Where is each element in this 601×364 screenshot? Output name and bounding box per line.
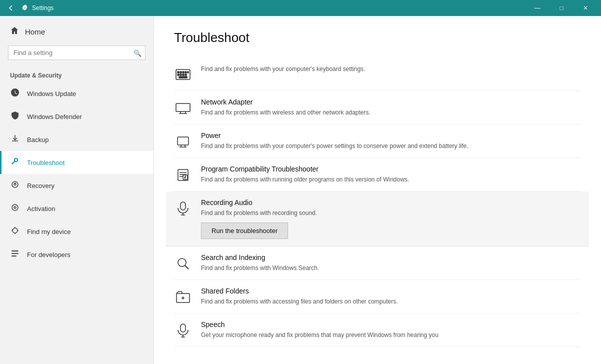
troubleshoot-item-recording-audio: Recording Audio Find and fix problems wi… [166,192,589,246]
svg-rect-19 [185,74,186,76]
svg-rect-12 [180,72,182,73]
shared-folders-content: Shared Folders Find and fix problems wit… [201,287,581,306]
recording-audio-icon [174,200,192,218]
svg-rect-13 [182,72,184,73]
svg-rect-18 [182,74,184,76]
program-compat-content: Program Compatibility Troubleshooter Fin… [201,165,581,184]
home-icon [10,26,19,38]
power-item-title: Power [201,132,581,140]
sidebar-item-recovery[interactable]: Recovery [0,174,154,197]
keyboard-icon [174,66,192,84]
sidebar-item-activation[interactable]: Activation [0,197,154,220]
svg-rect-15 [188,72,188,73]
windows-update-icon [10,88,20,99]
speech-desc: Get your microphone ready and fix proble… [201,330,581,340]
activation-icon [10,203,20,214]
recovery-icon [10,180,20,191]
sidebar-item-label: Troubleshoot [27,159,64,166]
svg-rect-36 [180,202,186,210]
sidebar-item-windows-defender[interactable]: Windows Defender [0,105,154,128]
svg-rect-21 [176,104,190,112]
maximize-button[interactable]: □ [550,0,573,16]
search-icon: 🔍 [134,49,142,56]
program-compat-desc: Find and fix problems with running older… [201,175,581,184]
power-icon [174,132,192,150]
svg-rect-14 [185,72,186,73]
shared-folders-desc: Find and fix problems with accessing fil… [201,297,581,306]
sidebar: Home 🔍 Update & Security Windows Update … [0,16,154,364]
window-controls: — □ ✕ [526,0,597,16]
sidebar-item-find-my-device[interactable]: Find my device [0,220,154,243]
svg-rect-8 [12,253,18,254]
page-title: Troubleshoot [174,30,581,46]
power-item-content: Power Find and fix problems with your co… [201,132,581,150]
svg-rect-44 [180,324,186,332]
svg-rect-16 [178,74,179,76]
troubleshoot-item-network: Network Adapter Find and fix problems wi… [174,91,581,124]
speech-title: Speech [201,320,581,328]
keyboard-item-content: Find and fix problems with your computer… [201,64,581,74]
troubleshoot-item-power: Power Find and fix problems with your co… [174,124,581,158]
windows-defender-icon [10,111,20,122]
developers-icon [10,249,20,260]
svg-point-1 [14,206,16,208]
network-item-title: Network Adapter [201,98,581,106]
find-device-icon [10,226,20,237]
sidebar-item-home[interactable]: Home [0,16,154,46]
sidebar-section-label: Update & Security [0,68,154,82]
svg-line-40 [185,266,188,269]
titlebar-title: Settings [32,4,526,12]
search-indexing-icon [174,254,192,272]
sidebar-item-label: For developers [27,251,70,258]
sidebar-item-label: Windows Update [27,90,76,98]
svg-rect-17 [180,74,182,76]
search-indexing-title: Search and Indexing [201,254,581,262]
minimize-button[interactable]: — [526,0,549,16]
sidebar-item-label: Windows Defender [27,113,82,120]
backup-icon [10,134,20,145]
svg-rect-25 [178,137,188,145]
troubleshoot-item-shared-folders: Shared Folders Find and fix problems wit… [174,280,581,314]
close-button[interactable]: ✕ [574,0,597,16]
sidebar-search: 🔍 [8,46,146,60]
recording-audio-desc: Find and fix problems with recording sou… [201,208,581,218]
troubleshoot-item-program-compat: Program Compatibility Troubleshooter Fin… [174,158,581,192]
power-item-desc: Find and fix problems with your computer… [201,142,581,150]
network-item-desc: Find and fix problems with wireless and … [201,108,581,117]
troubleshoot-icon [10,157,20,168]
troubleshoot-item-search-indexing: Search and Indexing Find and fix problem… [174,246,581,280]
back-button[interactable] [4,1,18,15]
sidebar-item-windows-update[interactable]: Windows Update [0,82,154,105]
sidebar-item-label: Activation [27,205,55,212]
shared-folders-icon [174,288,192,306]
run-troubleshooter-button[interactable]: Run the troubleshooter [201,222,288,239]
network-icon [174,99,192,117]
sidebar-item-label: Recovery [27,182,54,190]
program-compat-icon [174,166,192,184]
speech-icon [174,322,192,340]
troubleshoot-item-speech: Speech Get your microphone ready and fix… [174,314,581,347]
search-indexing-content: Search and Indexing Find and fix problem… [201,254,581,272]
recording-audio-content: Recording Audio Find and fix problems wi… [201,198,581,239]
svg-point-2 [12,228,18,233]
network-item-content: Network Adapter Find and fix problems wi… [201,98,581,117]
search-indexing-desc: Find and fix problems with Windows Searc… [201,264,581,272]
svg-rect-9 [12,256,16,256]
sidebar-item-troubleshoot[interactable]: Troubleshoot [0,151,154,174]
main-layout: Home 🔍 Update & Security Windows Update … [0,16,601,364]
troubleshoot-item-keyboard: Find and fix problems with your computer… [174,58,581,91]
program-compat-title: Program Compatibility Troubleshooter [201,165,581,173]
shared-folders-title: Shared Folders [201,287,581,295]
titlebar: Settings — □ ✕ [0,0,601,16]
search-input[interactable] [8,46,146,60]
sidebar-item-backup[interactable]: Backup [0,128,154,151]
svg-point-39 [178,258,186,266]
svg-rect-20 [179,76,187,78]
svg-rect-11 [178,72,179,73]
sidebar-item-label: Find my device [27,228,70,236]
settings-icon [21,4,29,12]
recording-audio-title: Recording Audio [201,198,581,206]
content-area: Troubleshoot Find and fix problems with … [154,16,601,364]
sidebar-item-label: Backup [27,136,48,144]
sidebar-item-for-developers[interactable]: For developers [0,243,154,266]
